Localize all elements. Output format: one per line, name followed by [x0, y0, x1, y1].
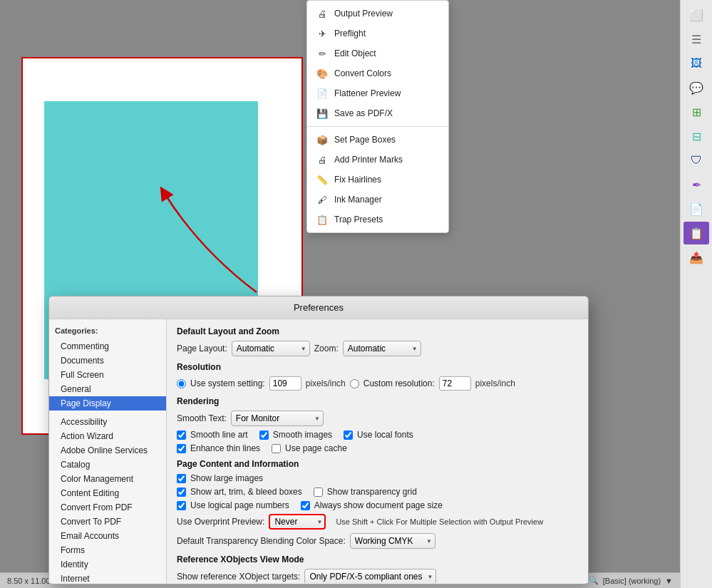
enhance-thin-lines-label: Enhance thin lines [190, 443, 260, 453]
toolbar-icon-plus-doc[interactable]: 📋 [683, 222, 709, 244]
save-pdf-icon: 💾 [316, 107, 329, 120]
use-page-cache-checkbox[interactable] [272, 444, 281, 453]
page-layout-select[interactable]: Automatic [232, 341, 310, 356]
menu-item-edit-object[interactable]: ✏ Edit Object [307, 43, 448, 63]
show-art-row: Show art, trim, & bleed boxes Show trans… [177, 487, 578, 497]
section-page-content: Page Content and Information [177, 459, 578, 469]
overprint-select-wrapper: Never [269, 514, 326, 530]
printer-marks-label: Add Printer Marks [334, 155, 403, 165]
save-pdf-label: Save as PDF/X [334, 108, 393, 118]
cat-color-management[interactable]: Color Management [49, 472, 166, 486]
toolbar-icon-grid[interactable]: ⊞ [683, 100, 709, 123]
cat-commenting[interactable]: Commenting [49, 339, 166, 354]
transparency-label: Default Transparency Blending Color Spac… [177, 536, 346, 546]
cat-full-screen[interactable]: Full Screen [49, 368, 166, 382]
working-label: [Basic] (working) [603, 577, 661, 585]
overprint-row: Use Overprint Preview: Never Use Shift +… [177, 514, 578, 530]
cat-internet[interactable]: Internet [49, 572, 166, 583]
overprint-select[interactable]: Never [269, 514, 326, 530]
logical-page-row: Use logical page numbers Always show doc… [177, 500, 578, 510]
toolbar-icon-list[interactable]: ☰ [683, 28, 709, 51]
flattener-label: Flattener Preview [334, 88, 401, 98]
toolbar-icon-grid2[interactable]: ⊟ [683, 125, 709, 148]
menu-item-fix-hairlines[interactable]: 📏 Fix Hairlines [307, 170, 448, 190]
cat-general[interactable]: General [49, 382, 166, 396]
menu-item-printer-marks[interactable]: 🖨 Add Printer Marks [307, 150, 448, 170]
overprint-note: Use Shift + Click For Multiple Selection… [336, 517, 543, 526]
always-show-doc-size-checkbox[interactable] [301, 501, 310, 510]
smooth-text-label: Smooth Text: [177, 413, 227, 423]
cat-action-wizard[interactable]: Action Wizard [49, 429, 166, 443]
cat-convert-from-pdf[interactable]: Convert From PDF [49, 500, 166, 515]
cat-convert-to-pdf[interactable]: Convert To PDF [49, 515, 166, 529]
toolbar-icon-doc[interactable]: 📄 [683, 197, 709, 220]
use-logical-page-numbers-checkbox[interactable] [177, 501, 186, 510]
menu-item-ink-manager[interactable]: 🖋 Ink Manager [307, 190, 448, 210]
toolbar-icon-pen[interactable]: ✒ [683, 173, 709, 196]
convert-colors-label: Convert Colors [334, 68, 391, 78]
always-show-doc-size-label: Always show document page size [314, 500, 443, 510]
xobjects-label: Show reference XObject targets: [177, 572, 300, 582]
toolbar-icon-shield[interactable]: 🛡 [683, 149, 709, 172]
xobjects-select-wrapper: Only PDF/X-5 compliant ones [304, 569, 436, 583]
menu-item-trap-presets[interactable]: 📋 Trap Presets [307, 210, 448, 229]
enhance-thin-lines-checkbox[interactable] [177, 444, 186, 453]
ink-manager-icon: 🖋 [316, 193, 329, 206]
menu-item-flattener[interactable]: 📄 Flattener Preview [307, 83, 448, 103]
edit-object-label: Edit Object [334, 48, 376, 58]
smooth-line-art-checkbox[interactable] [177, 430, 186, 440]
cat-catalog[interactable]: Catalog [49, 458, 166, 472]
toolbar-icon-photo[interactable]: 🖼 [683, 52, 709, 75]
cat-content-editing[interactable]: Content Editing [49, 486, 166, 500]
show-art-trim-checkbox[interactable] [177, 488, 186, 497]
transparency-select[interactable]: Working CMYK [350, 533, 435, 549]
menu-item-save-pdf[interactable]: 💾 Save as PDF/X [307, 103, 448, 123]
smooth-text-select[interactable]: For Monitor [231, 411, 324, 426]
preferences-dialog: Preferences Categories: Commenting Docum… [48, 296, 589, 584]
smooth-images-checkbox[interactable] [259, 430, 269, 440]
resolution-custom-input[interactable] [439, 376, 471, 391]
smooth-images-label: Smooth images [273, 430, 332, 440]
cat-documents[interactable]: Documents [49, 354, 166, 368]
overprint-label: Use Overprint Preview: [177, 517, 264, 527]
menu-item-output-preview[interactable]: 🖨 Output Preview [307, 4, 448, 24]
menu-item-convert-colors[interactable]: 🎨 Convert Colors [307, 63, 448, 83]
cat-email-accounts[interactable]: Email Accounts [49, 529, 166, 543]
resolution-unit-1: pixels/inch [306, 378, 346, 388]
menu-item-preflight[interactable]: ✈ Preflight [307, 24, 448, 43]
cat-adobe-online[interactable]: Adobe Online Services [49, 443, 166, 458]
categories-label: Categories: [49, 325, 166, 339]
output-preview-icon: 🖨 [316, 7, 329, 20]
trap-presets-label: Trap Presets [334, 215, 383, 225]
use-local-fonts-checkbox[interactable] [344, 430, 353, 440]
convert-colors-icon: 🎨 [316, 67, 329, 80]
zoom-label: Zoom: [314, 344, 339, 354]
settings-panel: Default Layout and Zoom Page Layout: Aut… [167, 319, 588, 583]
dropdown-arrow-icon[interactable]: ▼ [665, 577, 673, 585]
resolution-system-input[interactable] [269, 376, 301, 391]
section-layout-zoom: Default Layout and Zoom [177, 326, 578, 336]
resolution-unit-2: pixels/inch [475, 378, 515, 388]
cat-page-display[interactable]: Page Display [49, 396, 166, 411]
toolbar-icon-share[interactable]: 📤 [683, 246, 709, 269]
use-page-cache-label: Use page cache [285, 443, 347, 453]
resolution-custom-radio[interactable] [350, 379, 359, 388]
menu-item-set-page-boxes[interactable]: 📦 Set Page Boxes [307, 130, 448, 150]
toolbar-icon-comment[interactable]: 💬 [683, 76, 709, 99]
trap-presets-icon: 📋 [316, 213, 329, 226]
toolbar-icon-red[interactable]: ⬜ [683, 4, 709, 26]
show-large-images-checkbox[interactable] [177, 474, 186, 483]
xobjects-select[interactable]: Only PDF/X-5 compliant ones [304, 569, 436, 583]
cat-accessibility[interactable]: Accessibility [49, 415, 166, 429]
zoom-select[interactable]: Automatic [343, 341, 421, 356]
resolution-system-radio[interactable] [177, 379, 186, 388]
transparency-select-wrapper: Working CMYK [350, 533, 435, 549]
set-page-boxes-icon: 📦 [316, 133, 329, 146]
show-transparency-grid-checkbox[interactable] [314, 488, 323, 497]
page-layout-label: Page Layout: [177, 344, 227, 354]
zoom-icon[interactable]: 🔍 [589, 576, 599, 585]
show-transparency-grid-label: Show transparency grid [327, 487, 417, 497]
cat-forms[interactable]: Forms [49, 543, 166, 557]
preferences-title: Preferences [49, 296, 588, 319]
cat-identity[interactable]: Identity [49, 557, 166, 572]
